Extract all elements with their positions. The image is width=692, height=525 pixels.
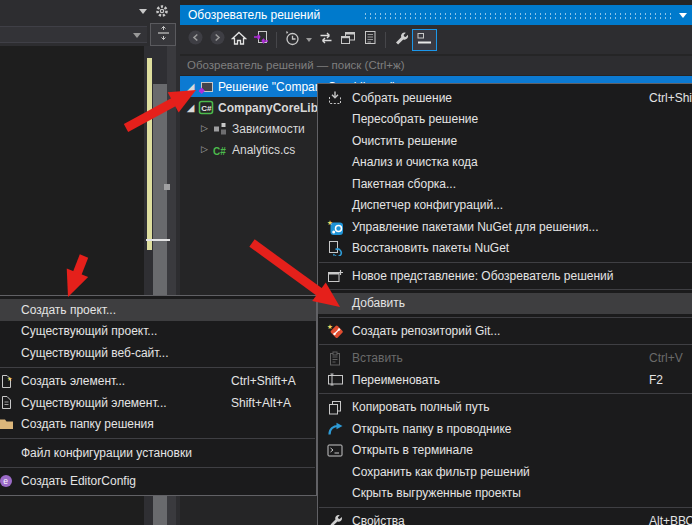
menu-item-properties[interactable]: СвойстваAlt+ВВОД — [318, 510, 692, 525]
tree-item-label: Analytics.cs — [232, 143, 295, 157]
forward-button[interactable] — [206, 29, 228, 51]
menu-item-save-as-solution-filter[interactable]: Сохранить как фильтр решений — [318, 461, 692, 483]
menu-item-clean-solution[interactable]: Очистить решение — [318, 130, 692, 152]
submenu-item-new-solution-folder[interactable]: Создать папку решения — [0, 414, 316, 436]
pending-changes-filter-button[interactable] — [281, 29, 303, 51]
submenu-item-new-project[interactable]: Создать проект... — [0, 299, 316, 321]
menu-item-label: Создать папку решения — [21, 417, 154, 431]
collapsed-expander-icon[interactable]: ▷ — [198, 139, 211, 160]
chevron-down-icon[interactable] — [306, 38, 312, 42]
gear-icon[interactable] — [155, 4, 169, 22]
dependencies-icon — [211, 122, 229, 136]
refresh-icon — [318, 31, 334, 49]
wrench-sm-icon — [318, 513, 352, 525]
properties-window-button[interactable] — [337, 29, 359, 51]
menu-separator — [319, 262, 692, 263]
menu-item-shortcut: F2 — [649, 373, 663, 387]
menu-item-label: Добавить — [352, 296, 405, 310]
caret-position-marker — [146, 239, 170, 241]
navigation-dropdown[interactable] — [0, 26, 147, 43]
show-all-files-button[interactable] — [359, 29, 381, 51]
submenu-item-existing-project[interactable]: Существующий проект... — [0, 321, 316, 343]
menu-item-label: Создать элемент... — [21, 374, 125, 388]
collapse-all-icon — [417, 31, 432, 49]
add-submenu: Создать проект...Существующий проект...С… — [0, 295, 317, 496]
toolbar-separator — [276, 32, 277, 48]
solution-explorer-titlebar[interactable]: Обозреватель решений — [180, 5, 692, 25]
menu-item-rebuild-solution[interactable]: Пересобрать решение — [318, 109, 692, 131]
expanded-expander-icon[interactable]: ◢ — [184, 76, 197, 97]
menu-separator — [319, 344, 692, 345]
menu-item-label: Открыть в терминале — [352, 443, 473, 457]
menu-item-label: Копировать полный путь — [352, 400, 489, 414]
collapsed-expander-icon[interactable]: ▷ — [198, 118, 211, 139]
home-button[interactable] — [228, 29, 250, 51]
menu-item-paste[interactable]: ВставитьCtrl+V — [318, 348, 692, 370]
menu-item-open-in-terminal[interactable]: Открыть в терминале — [318, 440, 692, 462]
modified-lines-marker — [147, 58, 152, 250]
menu-item-code-analysis-cleanup[interactable]: Анализ и очистка кода — [318, 152, 692, 174]
back-button[interactable] — [184, 29, 206, 51]
settings-button[interactable] — [390, 29, 412, 51]
submenu-item-create-editorconfig[interactable]: eСоздать EditorConfig — [0, 471, 316, 493]
submenu-item-existing-item[interactable]: Существующий элемент...Shift+Alt+A — [0, 392, 316, 414]
split-editor-button[interactable] — [150, 23, 176, 46]
sync-active-icon — [253, 30, 269, 49]
svg-text:★: ★ — [7, 376, 12, 382]
new-view-icon — [318, 269, 352, 283]
svg-text:C#: C# — [213, 145, 226, 156]
menu-item-label: Открыть папку в проводнике — [352, 422, 511, 436]
submenu-item-existing-web-site[interactable]: Существующий веб-сайт... — [0, 342, 316, 364]
toolbar-separator — [385, 32, 386, 48]
copy-icon — [318, 400, 352, 415]
menu-item-shortcut: Ctrl+V — [649, 351, 683, 365]
svg-text:e: e — [3, 476, 8, 486]
menu-item-create-git-repository[interactable]: ★Создать репозиторий Git... — [318, 320, 692, 342]
expanded-expander-icon[interactable]: ◢ — [184, 97, 197, 118]
windows-icon — [340, 31, 356, 49]
svg-text:C#: C# — [201, 104, 212, 113]
build-icon — [318, 90, 352, 105]
split-editor-icon — [156, 25, 171, 45]
tree-item-label: Зависимости — [232, 122, 305, 136]
menu-item-hide-unloaded-projects[interactable]: Скрыть выгруженные проекты — [318, 483, 692, 505]
menu-item-manage-nuget-packages[interactable]: ★Управление пакетами NuGet для решения..… — [318, 216, 692, 238]
menu-item-label: Пересобрать решение — [352, 112, 478, 126]
menu-item-add[interactable]: Добавить — [318, 293, 692, 315]
submenu-item-new-item[interactable]: ★Создать элемент...Ctrl+Shift+A — [0, 371, 316, 393]
collapse-all-button[interactable] — [412, 29, 437, 51]
sync-with-active-document-button[interactable] — [250, 29, 272, 51]
gear-icon — [155, 4, 169, 21]
solution-context-menu: Собрать решениеCtrl+Shift+BПересобрать р… — [317, 83, 692, 525]
menu-separator — [319, 317, 692, 318]
editor-navigation-bar — [0, 23, 180, 46]
menu-item-build-solution[interactable]: Собрать решениеCtrl+Shift+B — [318, 87, 692, 109]
menu-item-label: Диспетчер конфигураций... — [352, 198, 503, 212]
refresh-button[interactable] — [315, 29, 337, 51]
menu-item-restore-nuget-packages[interactable]: Восстановить пакеты NuGet — [318, 238, 692, 260]
menu-item-shortcut: Shift+Alt+A — [231, 396, 291, 410]
search-input[interactable]: Обозреватель решений — поиск (Ctrl+ж) — [180, 56, 692, 75]
menu-item-new-solution-explorer-view[interactable]: Новое представление: Обозреватель решени… — [318, 265, 692, 287]
menu-item-label: Создать EditorConfig — [21, 474, 136, 488]
home-icon — [231, 31, 247, 49]
menu-item-label: Анализ и очистка кода — [352, 155, 478, 169]
solution-explorer-toolbar — [180, 25, 692, 54]
menu-item-configuration-manager[interactable]: Диспетчер конфигураций... — [318, 195, 692, 217]
wrench-icon — [393, 30, 409, 50]
window-menu-caret-icon[interactable] — [139, 9, 147, 14]
menu-item-open-folder-in-explorer[interactable]: Открыть папку в проводнике — [318, 418, 692, 440]
csharp-file-icon: C# — [211, 143, 229, 157]
submenu-item-installer-configuration-file[interactable]: Файл конфигурации установки — [0, 442, 316, 464]
menu-item-batch-build[interactable]: Пакетная сборка... — [318, 173, 692, 195]
chevron-down-icon — [133, 33, 141, 38]
menu-item-rename[interactable]: ПереименоватьF2 — [318, 369, 692, 391]
menu-item-copy-full-path[interactable]: Копировать полный путь — [318, 397, 692, 419]
new-item-icon: ★ — [0, 374, 21, 389]
window-position-caret-icon[interactable] — [679, 13, 687, 18]
rename-icon — [318, 373, 352, 386]
menu-item-shortcut: Alt+ВВОД — [649, 514, 692, 525]
panel-title: Обозреватель решений — [188, 5, 320, 25]
folder-icon — [0, 418, 21, 430]
menu-item-label: Создать проект... — [21, 303, 116, 317]
